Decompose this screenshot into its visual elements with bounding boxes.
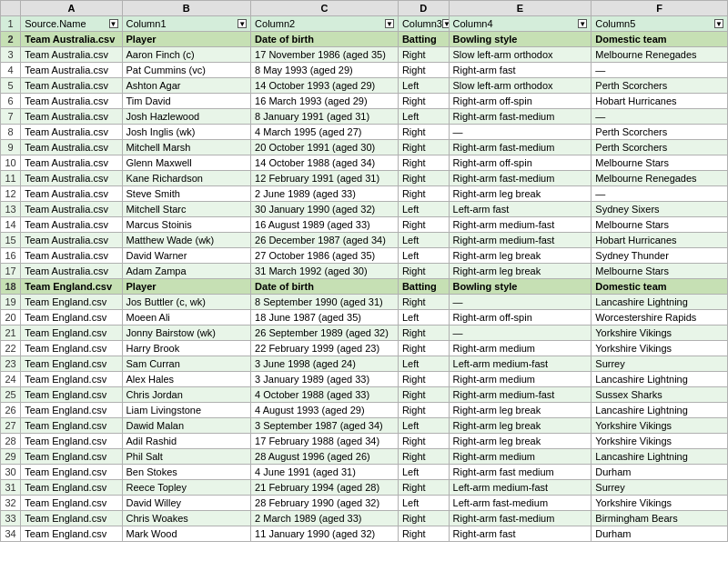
cell-a: Team Australia.csv <box>21 233 122 248</box>
row-number: 15 <box>1 233 21 248</box>
col-a-header[interactable]: Source.Name ▼ <box>21 16 122 32</box>
col-f-filter-arrow[interactable]: ▼ <box>714 19 723 28</box>
cell-d: Left <box>398 465 449 480</box>
row-number: 10 <box>1 155 21 171</box>
row-number: 12 <box>1 186 21 202</box>
table-row: 8Team Australia.csvJosh Inglis (wk)4 Mar… <box>1 125 728 140</box>
table-row: 17Team Australia.csvAdam Zampa31 March 1… <box>1 264 728 279</box>
cell-c: 26 September 1989 (aged 32) <box>251 326 399 341</box>
cell-d: Right <box>398 341 449 356</box>
cell-b: Josh Inglis (wk) <box>122 125 251 140</box>
cell-d: Right <box>398 480 449 496</box>
cell-f: Perth Scorchers <box>592 125 728 140</box>
cell-b: Ashton Agar <box>122 78 251 94</box>
cell-a: Team England.csv <box>21 310 122 326</box>
row-number: 2 <box>1 32 21 47</box>
cell-d: Right <box>398 403 449 418</box>
cell-b: Josh Hazlewood <box>122 109 251 125</box>
cell-a: Team Australia.csv <box>21 94 122 109</box>
cell-a: Team Australia.csv <box>21 264 122 279</box>
table-row: 11Team Australia.csvKane Richardson12 Fe… <box>1 171 728 186</box>
cell-c: 12 February 1991 (aged 31) <box>251 171 399 186</box>
table-row: 32Team England.csvDavid Willey28 Februar… <box>1 496 728 511</box>
col-b-label: Column1 <box>126 18 167 29</box>
cell-d: Right <box>398 526 449 542</box>
table-row: 24Team England.csvAlex Hales3 January 19… <box>1 372 728 387</box>
cell-b: Glenn Maxwell <box>122 155 251 171</box>
cell-f: — <box>592 109 728 125</box>
cell-f: Melbourne Stars <box>592 217 728 233</box>
cell-b: Player <box>122 279 251 295</box>
cell-e: Right-arm fast medium <box>449 465 592 480</box>
cell-a: Team Australia.csv <box>21 217 122 233</box>
col-f-header[interactable]: Column5 ▼ <box>592 16 728 32</box>
row-number: 23 <box>1 356 21 372</box>
row-number: 16 <box>1 248 21 264</box>
cell-d: Right <box>398 186 449 202</box>
cell-f: Lancashire Lightning <box>592 372 728 387</box>
cell-e: Left-arm fast <box>449 202 592 217</box>
row-number: 19 <box>1 295 21 310</box>
cell-e: Right-arm fast-medium <box>449 109 592 125</box>
cell-a: Team England.csv <box>21 480 122 496</box>
table-row: 20Team England.csvMoeen Ali18 June 1987 … <box>1 310 728 326</box>
table-row: 18Team England.csvPlayerDate of birthBat… <box>1 279 728 295</box>
cell-e: — <box>449 125 592 140</box>
col-letter-c: C <box>251 1 399 16</box>
cell-e: Left-arm fast-medium <box>449 496 592 511</box>
cell-d: Left <box>398 496 449 511</box>
row-number: 4 <box>1 63 21 78</box>
cell-e: Right-arm medium <box>449 372 592 387</box>
cell-e: Left-arm medium-fast <box>449 356 592 372</box>
cell-d: Left <box>398 248 449 264</box>
cell-f: — <box>592 186 728 202</box>
col-d-filter-arrow[interactable]: ▼ <box>442 19 449 28</box>
cell-e: Right-arm off-spin <box>449 310 592 326</box>
cell-a: Team Australia.csv <box>21 248 122 264</box>
cell-d: Right <box>398 63 449 78</box>
cell-b: Kane Richardson <box>122 171 251 186</box>
cell-c: 14 October 1988 (aged 34) <box>251 155 399 171</box>
col-b-header[interactable]: Column1 ▼ <box>122 16 251 32</box>
cell-e: Slow left-arm orthodox <box>449 78 592 94</box>
cell-a: Team England.csv <box>21 279 122 295</box>
cell-f: Lancashire Lightning <box>592 449 728 465</box>
cell-f: Yorkshire Vikings <box>592 326 728 341</box>
cell-c: 17 November 1986 (aged 35) <box>251 47 399 63</box>
cell-b: Jos Buttler (c, wk) <box>122 295 251 310</box>
cell-b: Liam Livingstone <box>122 403 251 418</box>
cell-a: Team England.csv <box>21 511 122 526</box>
table-row: 22Team England.csvHarry Brook22 February… <box>1 341 728 356</box>
row-number: 8 <box>1 125 21 140</box>
cell-a: Team England.csv <box>21 449 122 465</box>
cell-d: Right <box>398 449 449 465</box>
cell-b: Mark Wood <box>122 526 251 542</box>
cell-b: Jonny Bairstow (wk) <box>122 326 251 341</box>
table-row: 10Team Australia.csvGlenn Maxwell14 Octo… <box>1 155 728 171</box>
col-c-filter-arrow[interactable]: ▼ <box>385 19 394 28</box>
row-number: 33 <box>1 511 21 526</box>
cell-d: Right <box>398 295 449 310</box>
cell-d: Right <box>398 387 449 403</box>
cell-f: Perth Scorchers <box>592 78 728 94</box>
col-c-header[interactable]: Column2 ▼ <box>251 16 399 32</box>
cell-c: 4 June 1991 (aged 31) <box>251 465 399 480</box>
col-d-header[interactable]: Column3 ▼ <box>398 16 449 32</box>
col-e-filter-arrow[interactable]: ▼ <box>578 19 587 28</box>
col-e-header[interactable]: Column4 ▼ <box>449 16 592 32</box>
table-row: 26Team England.csvLiam Livingstone4 Augu… <box>1 403 728 418</box>
cell-b: Marcus Stoinis <box>122 217 251 233</box>
col-b-filter-arrow[interactable]: ▼ <box>238 19 247 28</box>
table-row: 31Team England.csvReece Topley21 Februar… <box>1 480 728 496</box>
cell-a: Team Australia.csv <box>21 202 122 217</box>
table-row: 2Team Australia.csvPlayerDate of birthBa… <box>1 32 728 47</box>
spreadsheet: A B C D E F 1 Source.Name ▼ Column1 ▼ <box>0 0 728 542</box>
table-row: 7Team Australia.csvJosh Hazlewood8 Janua… <box>1 109 728 125</box>
cell-c: 2 March 1989 (aged 33) <box>251 511 399 526</box>
cell-a: Team Australia.csv <box>21 63 122 78</box>
col-a-filter-arrow[interactable]: ▼ <box>109 19 118 28</box>
cell-f: Surrey <box>592 356 728 372</box>
cell-a: Team England.csv <box>21 434 122 449</box>
cell-e: Right-arm medium-fast <box>449 233 592 248</box>
row-number: 27 <box>1 418 21 434</box>
